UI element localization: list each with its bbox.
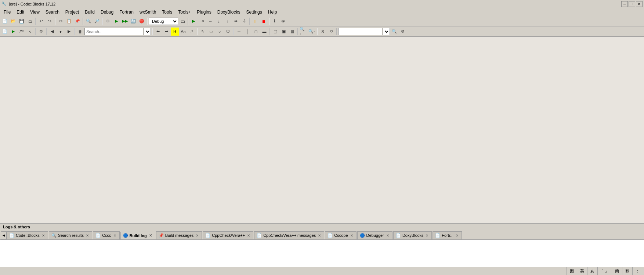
menu-plugins[interactable]: Plugins <box>194 8 214 16</box>
copy-button[interactable]: 📋 <box>65 17 73 25</box>
hline-btn[interactable]: ─ <box>235 28 243 36</box>
zoom-out-btn[interactable]: 🔍- <box>308 28 316 36</box>
debug-step-button[interactable]: ↓ <box>215 17 223 25</box>
tab-search-results-close[interactable]: ✕ <box>85 234 90 238</box>
tab-build-messages[interactable]: 📌 Build messages ✕ <box>156 231 202 239</box>
sync-btn[interactable]: S <box>319 28 327 36</box>
regex-btn[interactable]: .* <box>188 28 196 36</box>
cut-button[interactable]: ✂ <box>57 17 65 25</box>
case-btn[interactable]: Aa <box>179 28 187 36</box>
find-next-btn[interactable]: ➡ <box>162 28 170 36</box>
doxyblocks-search-dropdown[interactable]: ▼ <box>383 28 390 35</box>
doxyblocks-go-btn[interactable]: 🔍 <box>390 28 398 36</box>
debug-dropdown[interactable]: Debug Release <box>149 18 178 25</box>
tab-cppcheck-close[interactable]: ✕ <box>246 234 251 238</box>
doxyblocks-search-input[interactable] <box>338 28 382 35</box>
tab-cscope[interactable]: 📄 Cscope ✕ <box>325 231 356 239</box>
menu-wxsmith[interactable]: wxSmith <box>137 8 159 16</box>
redo-button[interactable]: ↪ <box>46 17 54 25</box>
debug-pause-button[interactable]: ⏸ <box>251 17 259 25</box>
tab-cppcheck-messages[interactable]: 📄 CppCheck/Vera++ messages ✕ <box>254 231 324 239</box>
tab-debugger-close[interactable]: ✕ <box>386 234 390 238</box>
paste-button[interactable]: 📌 <box>73 17 82 25</box>
new-file-btn[interactable]: 📄 <box>1 28 9 36</box>
tab-cccc-close[interactable]: ✕ <box>113 234 117 238</box>
debug-next-button[interactable]: → <box>206 17 214 25</box>
debug-stepi-button[interactable]: ⇩ <box>240 17 248 25</box>
open-button[interactable]: 📂 <box>9 17 17 25</box>
clear-btn[interactable]: 🗑 <box>76 28 84 36</box>
menu-help[interactable]: Help <box>265 8 280 16</box>
tab-cscope-close[interactable]: ✕ <box>350 234 354 238</box>
tab-build-messages-close[interactable]: ✕ <box>195 234 199 238</box>
new-button[interactable]: 📄 <box>1 17 9 25</box>
tab-codeblocks[interactable]: 📄 Code::Blocks ✕ <box>7 231 48 239</box>
menu-build[interactable]: Build <box>82 8 98 16</box>
debug-stop-button[interactable]: ⏹ <box>260 17 268 25</box>
debug-nexti-button[interactable]: ⇒ <box>232 17 240 25</box>
find-prev-btn[interactable]: ⬅ <box>154 28 162 36</box>
saveall-button[interactable]: 🗂 <box>26 17 34 25</box>
menu-tools[interactable]: Tools <box>159 8 175 16</box>
buildrun-button[interactable]: ▶▶ <box>121 17 129 25</box>
menu-doxyblocks[interactable]: DoxyBlocks <box>214 8 243 16</box>
search-input[interactable] <box>84 28 143 35</box>
zoom-in-btn[interactable]: 🔍+ <box>299 28 307 36</box>
match-brace-btn[interactable]: < <box>26 28 34 36</box>
debug-run-button[interactable]: ▶ <box>189 17 198 25</box>
debug-info-button[interactable]: ℹ <box>271 17 279 25</box>
tab-fortran[interactable]: 📄 Fortr... ✕ <box>433 231 462 239</box>
menu-settings[interactable]: Settings <box>243 8 265 16</box>
settings-btn[interactable]: ⚙ <box>37 28 45 36</box>
prev-jump-btn[interactable]: ◀ <box>48 28 56 36</box>
ellipse-btn[interactable]: ○ <box>216 28 224 36</box>
doxyblocks-settings-btn[interactable]: ⚙ <box>399 28 407 36</box>
search-type-dropdown[interactable]: ▼ <box>144 28 151 35</box>
hfill-btn[interactable]: ▬ <box>260 28 268 36</box>
cursor-mode-btn[interactable]: ↖ <box>199 28 207 36</box>
menu-fortran[interactable]: Fortran <box>116 8 137 16</box>
menu-file[interactable]: File <box>1 8 14 16</box>
debug-watches-button[interactable]: 👁 <box>279 17 287 25</box>
tab-cccc[interactable]: 📄 Cccc ✕ <box>93 231 119 239</box>
find-button[interactable]: 🔍 <box>84 17 93 25</box>
tab-doxyblocks[interactable]: 📄 DoxyBlocks ✕ <box>393 231 432 239</box>
rectangle-btn[interactable]: ▭ <box>207 28 215 36</box>
refresh-btn[interactable]: ↺ <box>327 28 335 36</box>
next-jump-btn[interactable]: ▶ <box>65 28 73 36</box>
rebuild-button[interactable]: 🔄 <box>129 17 137 25</box>
maximize-button[interactable]: □ <box>629 1 635 7</box>
polygon-btn[interactable]: ⬡ <box>224 28 232 36</box>
tab-codeblocks-close[interactable]: ✕ <box>41 234 46 238</box>
tab-doxyblocks-close[interactable]: ✕ <box>425 234 429 238</box>
run-button[interactable]: ▶ <box>112 17 120 25</box>
bookmark-btn[interactable]: ● <box>57 28 65 36</box>
rounded-rect-btn[interactable]: ▢ <box>271 28 279 36</box>
minimize-button[interactable]: ─ <box>621 1 628 7</box>
findnext-button[interactable]: 🔎 <box>93 17 101 25</box>
tab-cppcheck-messages-close[interactable]: ✕ <box>317 234 322 238</box>
close-button[interactable]: ✕ <box>636 1 643 7</box>
vline-btn[interactable]: │ <box>243 28 252 36</box>
menu-project[interactable]: Project <box>62 8 82 16</box>
project-mgr-button[interactable]: 🗃 <box>178 17 187 25</box>
stopbuild-button[interactable]: ⛔ <box>138 17 146 25</box>
tab-debugger[interactable]: 🔵 Debugger ✕ <box>357 231 392 239</box>
tab-build-log-close[interactable]: ✕ <box>148 234 153 238</box>
tab-build-log[interactable]: 🔵 Build log ✕ <box>120 232 155 240</box>
highlight-btn[interactable]: H <box>171 28 179 36</box>
tab-fortran-close[interactable]: ✕ <box>455 234 459 238</box>
menu-search[interactable]: Search <box>43 8 62 16</box>
undo-button[interactable]: ↩ <box>37 17 45 25</box>
menu-tools-plus[interactable]: Tools+ <box>175 8 194 16</box>
menu-edit[interactable]: Edit <box>14 8 27 16</box>
tabs-scroll-left[interactable]: ◀ <box>1 231 7 239</box>
build-button[interactable]: ⚙ <box>104 17 112 25</box>
rounded-box-btn[interactable]: ▣ <box>280 28 288 36</box>
tab-cppcheck[interactable]: 📄 CppCheck/Vera++ ✕ <box>203 231 253 239</box>
box-btn[interactable]: □ <box>252 28 260 36</box>
shape3-btn[interactable]: ▤ <box>288 28 296 36</box>
start-here-btn[interactable]: ▶ <box>9 28 17 36</box>
debug-run-cursor[interactable]: ⇥ <box>198 17 206 25</box>
menu-view[interactable]: View <box>27 8 43 16</box>
